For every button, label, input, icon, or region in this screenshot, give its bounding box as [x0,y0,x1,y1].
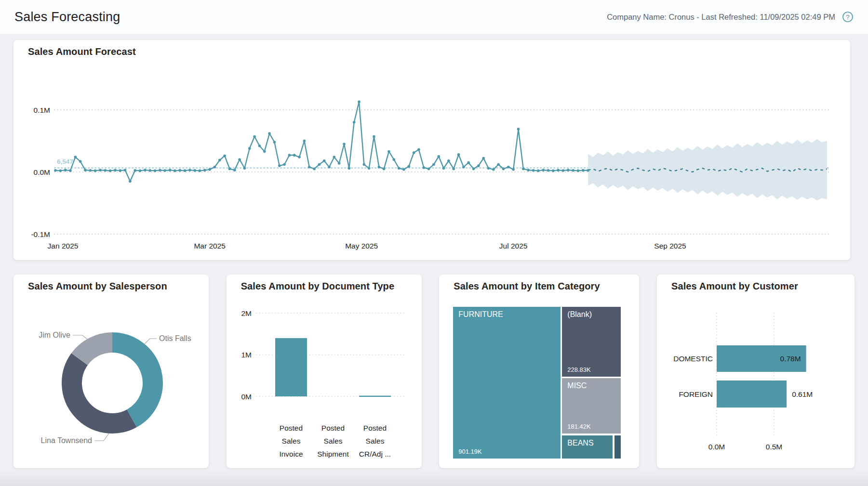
forecast-card: Sales Amount Forecast 0.1M0.0M-0.1MJan 2… [13,40,850,260]
svg-text:FOREIGN: FOREIGN [679,390,713,398]
svg-text:0.61M: 0.61M [792,390,813,398]
item-category-treemap[interactable]: FURNITURE901.19K(Blank)228.83KMISC181.42… [453,307,621,459]
salesperson-card: Sales Amount by Salesperson Jim OliveOti… [13,275,209,468]
svg-text:PostedSalesInvoice: PostedSalesInvoice [279,424,303,458]
forecast-line-chart[interactable]: 0.1M0.0M-0.1MJan 2025Mar 2025May 2025Jul… [13,40,850,260]
svg-text:PostedSalesCR/Adj ...: PostedSalesCR/Adj ... [359,424,390,458]
svg-text:Jul 2025: Jul 2025 [499,242,528,250]
kpi-cards-row: Sales Amount by Salesperson Jim OliveOti… [13,275,855,468]
treemap-node-blank[interactable]: (Blank)228.83K [562,307,621,377]
svg-text:PostedSalesShipment: PostedSalesShipment [317,424,349,458]
customer-bar-chart[interactable]: 0.0M0.5MDOMESTIC0.78MFOREIGN0.61M [657,275,855,468]
treemap-node[interactable] [614,435,621,459]
app-header: Sales Forecasting Company Name: Cronus -… [0,0,868,34]
item-category-card: Sales Amount by Item Category FURNITURE9… [439,275,639,468]
document-type-bar-chart[interactable]: 2M1M0MPostedSalesInvoicePostedSalesShipm… [227,275,422,468]
svg-text:Lina Townsend: Lina Townsend [41,436,92,445]
svg-text:May 2025: May 2025 [345,242,378,250]
svg-text:0M: 0M [241,393,252,401]
treemap-node-beans[interactable]: BEANS [562,435,613,459]
svg-text:0.0M: 0.0M [34,168,50,176]
svg-text:0.1M: 0.1M [34,106,50,114]
treemap-node-furniture[interactable]: FURNITURE901.19K [453,307,561,459]
page-title: Sales Forecasting [14,10,120,25]
last-refreshed-text: Company Name: Cronus - Last Refreshed: 1… [607,13,835,22]
svg-text:2M: 2M [241,309,252,317]
svg-text:?: ? [846,13,850,21]
customer-card: Sales Amount by Customer 0.0M0.5MDOMESTI… [657,275,855,468]
svg-text:Otis Falls: Otis Falls [159,334,191,342]
svg-text:0.0M: 0.0M [708,443,725,451]
svg-text:-0.1M: -0.1M [31,230,50,238]
treemap-node-misc[interactable]: MISC181.42K [562,378,621,433]
help-icon[interactable]: ? [842,11,854,23]
svg-text:Sep 2025: Sep 2025 [654,242,686,250]
svg-text:0.5M: 0.5M [766,443,782,451]
svg-text:Jan 2025: Jan 2025 [48,242,79,250]
svg-text:6,547: 6,547 [57,158,73,165]
svg-text:0.78M: 0.78M [780,355,801,363]
svg-text:DOMESTIC: DOMESTIC [673,355,713,363]
salesperson-donut-chart[interactable]: Jim OliveOtis FallsLina Townsend [13,275,209,468]
document-type-card: Sales Amount by Document Type 2M1M0MPost… [227,275,422,468]
item-category-chart-title: Sales Amount by Item Category [454,281,600,292]
svg-text:1M: 1M [241,351,252,359]
header-right: Company Name: Cronus - Last Refreshed: 1… [607,11,854,23]
svg-text:Mar 2025: Mar 2025 [194,242,225,250]
svg-text:Jim Olive: Jim Olive [39,331,70,339]
